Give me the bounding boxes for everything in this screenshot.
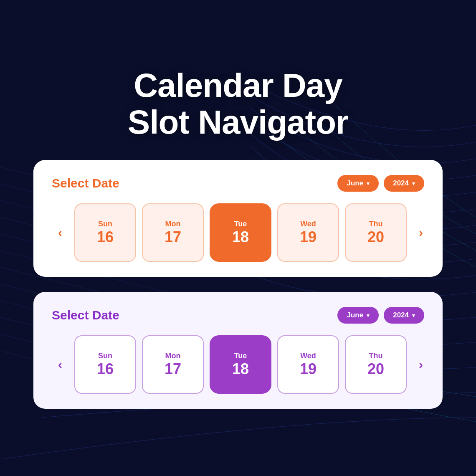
- orange-day-number: 19: [300, 228, 316, 246]
- orange-day-name: Wed: [300, 220, 316, 228]
- purple-date-widget: Select Date June ▾ 2024 ▾ ‹ Sun16Mon17Tu…: [33, 292, 443, 409]
- orange-days-row: Sun16Mon17Tue18Wed19Thu20: [74, 203, 407, 262]
- orange-next-button[interactable]: ›: [413, 225, 429, 240]
- orange-day-card[interactable]: Sun16: [74, 203, 136, 262]
- orange-prev-button[interactable]: ‹: [52, 225, 68, 240]
- orange-year-chevron: ▾: [412, 180, 415, 187]
- orange-day-number: 20: [367, 228, 384, 246]
- purple-days-row: Sun16Mon17Tue18Wed19Thu20: [74, 335, 407, 394]
- orange-day-number: 18: [232, 228, 249, 246]
- purple-month-dropdown[interactable]: June ▾: [337, 307, 379, 324]
- purple-day-card[interactable]: Wed19: [277, 335, 339, 394]
- purple-day-name: Mon: [165, 352, 181, 360]
- purple-day-card[interactable]: Sun16: [74, 335, 136, 394]
- purple-day-number: 19: [300, 360, 316, 378]
- purple-month-chevron: ▾: [367, 312, 370, 319]
- orange-date-widget: Select Date June ▾ 2024 ▾ ‹ Sun16Mon17Tu…: [33, 160, 443, 277]
- orange-day-name: Mon: [165, 220, 181, 228]
- purple-day-name: Sun: [98, 352, 112, 360]
- purple-day-number: 17: [165, 360, 181, 378]
- orange-select-date-label: Select Date: [52, 176, 119, 190]
- purple-day-nav: ‹ Sun16Mon17Tue18Wed19Thu20 ›: [52, 335, 424, 394]
- purple-day-number: 16: [97, 360, 114, 378]
- orange-day-number: 16: [97, 228, 114, 246]
- purple-day-card[interactable]: Mon17: [142, 335, 204, 394]
- purple-year-dropdown[interactable]: 2024 ▾: [384, 307, 424, 324]
- page-title: Calendar Day Slot Navigator: [128, 67, 348, 141]
- purple-dropdowns: June ▾ 2024 ▾: [337, 307, 424, 324]
- orange-day-card[interactable]: Thu20: [345, 203, 407, 262]
- purple-next-button[interactable]: ›: [413, 357, 429, 372]
- purple-day-number: 18: [232, 360, 249, 378]
- purple-card-header: Select Date June ▾ 2024 ▾: [52, 307, 424, 324]
- orange-day-card[interactable]: Mon17: [142, 203, 204, 262]
- orange-month-chevron: ▾: [367, 180, 370, 187]
- orange-dropdowns: June ▾ 2024 ▾: [337, 175, 424, 192]
- purple-select-date-label: Select Date: [52, 308, 119, 322]
- orange-day-number: 17: [165, 228, 181, 246]
- purple-day-number: 20: [367, 360, 384, 378]
- orange-day-card[interactable]: Wed19: [277, 203, 339, 262]
- purple-day-name: Wed: [300, 352, 316, 360]
- purple-prev-button[interactable]: ‹: [52, 357, 68, 372]
- purple-day-card[interactable]: Tue18: [210, 335, 271, 394]
- orange-day-name: Sun: [98, 220, 112, 228]
- orange-year-dropdown[interactable]: 2024 ▾: [384, 175, 424, 192]
- purple-day-card[interactable]: Thu20: [345, 335, 407, 394]
- orange-day-nav: ‹ Sun16Mon17Tue18Wed19Thu20 ›: [52, 203, 424, 262]
- orange-day-name: Thu: [369, 220, 383, 228]
- purple-day-name: Tue: [234, 352, 247, 360]
- main-content: Calendar Day Slot Navigator Select Date …: [0, 67, 476, 409]
- orange-month-dropdown[interactable]: June ▾: [337, 175, 379, 192]
- orange-card-header: Select Date June ▾ 2024 ▾: [52, 175, 424, 192]
- orange-day-name: Tue: [234, 220, 247, 228]
- purple-year-chevron: ▾: [412, 312, 415, 319]
- purple-day-name: Thu: [369, 352, 383, 360]
- orange-day-card[interactable]: Tue18: [210, 203, 271, 262]
